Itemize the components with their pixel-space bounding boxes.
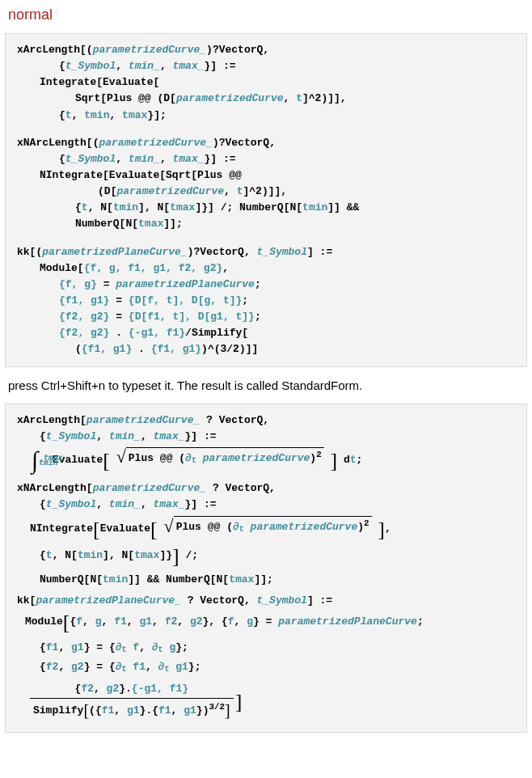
tmax: tmax_: [154, 430, 185, 442]
evaluate-fn: Evaluate: [103, 76, 153, 88]
planecurve-ref: parametrizedPlaneCurve: [116, 278, 255, 290]
fn-name: xArcLength: [17, 44, 80, 56]
numberq-fn: NumberQ: [166, 573, 210, 586]
numberq-fn: NumberQ: [239, 201, 284, 214]
code-block-inputform: xArcLength[(parametrizedCurve_)?VectorQ,…: [5, 33, 527, 367]
var-g: g: [95, 615, 102, 628]
apply-op: @@: [138, 92, 151, 104]
vectorq-test: ?VectorQ: [213, 44, 263, 56]
t-symbol: t_Symbol: [46, 430, 96, 442]
var-g1: g1: [71, 641, 84, 653]
tmin-ref: tmin: [103, 573, 128, 586]
fn-name: xNArcLength: [17, 137, 87, 149]
eq-op: =: [266, 615, 272, 628]
fn-name: kk: [17, 594, 30, 607]
tmin-ref: tmin: [84, 109, 109, 121]
pow2: 2: [364, 518, 369, 528]
simplify-fn: Simplify: [33, 704, 83, 717]
var-f1: f1: [158, 704, 171, 717]
differential-d-icon: d: [344, 454, 350, 466]
var-f1: f1: [133, 661, 146, 673]
f1g1-pair: {f1, g1}: [151, 343, 201, 355]
module-fn: Module: [40, 262, 78, 274]
f2g2-pair: {f2, g2}: [59, 311, 109, 323]
apply-op: @@: [160, 452, 173, 464]
partial-d-icon: ∂: [116, 641, 122, 653]
vectorq-test: ?VectorQ: [219, 137, 269, 149]
partial-d-icon: ∂: [185, 452, 192, 464]
arg-curve: parametrizedCurve_: [93, 482, 206, 494]
simplify-fn: Simplify: [192, 327, 242, 339]
t-symbol: t_Symbol: [65, 60, 116, 72]
subscript-t: t: [239, 525, 244, 534]
subscript-t: t: [122, 645, 127, 654]
var-f2: f2: [81, 683, 94, 695]
var-f2: f2: [165, 615, 178, 628]
partial-d-icon: ∂: [233, 521, 239, 533]
partial-d-icon: ∂: [152, 641, 158, 653]
t-var: t: [82, 201, 88, 214]
subscript-t: t: [158, 645, 163, 654]
tmax-ref: tmax: [229, 573, 254, 586]
and-op: &&: [147, 573, 160, 586]
t-var: t: [296, 92, 302, 104]
and-op: &&: [347, 201, 360, 214]
var-g1: g1: [127, 704, 140, 717]
semicolon: ;: [176, 218, 183, 230]
partial-d-icon: ∂: [116, 661, 122, 673]
set-delayed: :=: [320, 594, 333, 607]
tmax: tmax_: [154, 498, 185, 510]
d-list-2: {D[f1, t], D[g1, t]}: [129, 311, 255, 323]
pow2: ^2: [309, 92, 322, 104]
d-list-1: {D[f, t], D[g, t]}: [129, 294, 242, 307]
module-vars: {f, g, f1, g1, f2, g2}: [84, 262, 223, 274]
var-g2: g2: [71, 661, 84, 673]
var-f1: f1: [114, 615, 127, 628]
integrate-fn: Integrate: [40, 76, 96, 88]
tmin: tmin_: [129, 153, 160, 165]
var-f1: f1: [46, 641, 59, 653]
dot-op: .: [116, 327, 122, 339]
vectorq-test: ? VectorQ: [213, 482, 269, 494]
set-delayed: :=: [223, 153, 236, 165]
t-var: t: [65, 109, 72, 121]
sqrt-fn: Sqrt: [166, 169, 191, 181]
curve-ref: parametrizedCurve: [116, 185, 224, 197]
subscript-t: t: [122, 665, 127, 674]
sqrt-box: √Plus @@ (∂t parametrizedCurve)2: [164, 516, 372, 536]
f2g2-pair: {f2, g2}: [59, 327, 109, 339]
var-g: g: [247, 615, 253, 628]
tmin: tmin_: [109, 430, 141, 442]
plus-fn: Plus: [129, 452, 154, 464]
dot-op: .: [138, 343, 145, 355]
n-fn: N: [65, 549, 71, 561]
tmin: tmin_: [129, 60, 160, 72]
pow32: ^(3/2): [208, 343, 246, 355]
tmin: tmin_: [109, 498, 141, 510]
d-fn: D: [163, 92, 170, 104]
code-block-standardform: xArcLength[parametrizedCurve_ ? VectorQ,…: [5, 404, 527, 733]
fg-pair: {f, g}: [59, 278, 97, 290]
curve-ref: parametrizedCurve: [251, 521, 358, 533]
evaluate-fn: Evaluate: [100, 523, 150, 535]
set-delayed: :=: [204, 498, 217, 510]
subscript-t: t: [164, 665, 169, 674]
curve-ref: parametrizedCurve: [203, 452, 310, 464]
semicolon: ;: [160, 109, 167, 121]
vectorq-test: ? VectorQ: [188, 594, 244, 607]
sqrt-box: √Plus @@ (∂t parametrizedCurve)2: [116, 447, 324, 467]
neg-list: {-g1, f1}: [129, 327, 185, 339]
sqrt-fn: Sqrt: [75, 92, 100, 104]
vectorq-test: ?VectorQ: [193, 246, 243, 258]
plus-fn: Plus: [107, 92, 132, 104]
module-fn: Module: [25, 615, 63, 628]
vectorq-test: ? VectorQ: [206, 414, 263, 426]
eq-op: =: [116, 294, 122, 307]
tmax: tmax_: [173, 153, 205, 165]
condition-op: /;: [185, 549, 198, 561]
arg-curve: parametrizedCurve_: [93, 44, 206, 56]
fraction-box: {f2, g2}.{-g1, f1} Simplify[({f1, g1}.{f…: [30, 681, 234, 721]
set-delayed: :=: [223, 60, 236, 72]
tmax-ref: tmax: [134, 549, 159, 561]
evaluate-fn: Evaluate: [109, 169, 159, 181]
